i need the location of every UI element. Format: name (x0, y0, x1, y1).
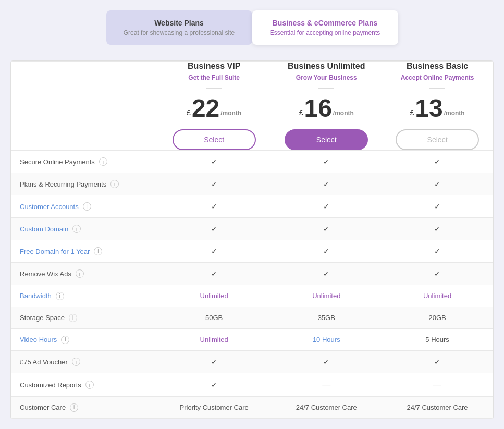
check-mark-icon: ✓ (434, 247, 440, 255)
feature-value-cell: ✓ (271, 195, 382, 218)
info-icon[interactable]: i (94, 247, 102, 255)
plan-vip-period: /month (220, 109, 241, 117)
label-inner: Customized Reportsi (20, 381, 149, 389)
plan-vip-amount: 22 (192, 96, 219, 121)
plan-basic-amount: 13 (415, 96, 442, 121)
info-icon[interactable]: i (72, 225, 81, 233)
info-icon[interactable]: i (72, 358, 80, 366)
check-mark-icon: ✓ (211, 180, 217, 188)
plan-unlimited-divider (318, 88, 334, 89)
feature-value-cell: — (271, 373, 382, 397)
feature-value-cell: ✓ (157, 351, 271, 373)
feature-label-cell: Storage Spacei (11, 307, 157, 329)
plan-basic-price: £ 13 /month (382, 96, 493, 121)
label-inner: Storage Spacei (20, 314, 149, 322)
check-mark-icon: ✓ (323, 202, 329, 211)
info-icon[interactable]: i (76, 269, 84, 278)
feature-col-header (11, 62, 157, 151)
label-inner: Video Hoursi (20, 336, 149, 344)
dash-mark: — (433, 380, 441, 389)
plan-vip-header: Business VIP Get the Full Suite £ 22 /mo… (157, 62, 271, 151)
check-mark-icon: ✓ (211, 358, 217, 366)
plan-vip-currency: £ (187, 108, 191, 117)
feature-row: Free Domain for 1 Yeari✓✓✓ (11, 240, 493, 263)
feature-name: £75 Ad Voucher (20, 358, 68, 366)
feature-value-cell: ✓ (271, 263, 382, 285)
hours-text-blue: 10 Hours (313, 336, 340, 344)
feature-name: Bandwidth (20, 292, 52, 300)
feature-name: Secure Online Payments (20, 158, 95, 166)
feature-value-cell: Priority Customer Care (157, 397, 271, 419)
feature-value-cell: ✓ (157, 151, 271, 173)
info-icon[interactable]: i (56, 292, 64, 300)
feature-value-cell: ✓ (157, 373, 271, 397)
plan-unlimited-header: Business Unlimited Grow Your Business £ … (271, 62, 382, 151)
feature-label-cell: Secure Online Paymentsi (11, 151, 157, 173)
check-mark-icon: ✓ (323, 157, 329, 166)
info-icon[interactable]: i (110, 180, 119, 188)
info-icon[interactable]: i (99, 157, 107, 166)
feature-value-cell: Unlimited (382, 285, 493, 307)
hours-text: 5 Hours (425, 336, 449, 344)
label-inner: Plans & Recurring Paymentsi (20, 180, 149, 188)
feature-label-cell: Customer Carei (11, 397, 157, 419)
text-value: Priority Customer Care (180, 403, 249, 411)
plan-vip-divider (206, 88, 222, 89)
feature-value-cell: ✓ (382, 151, 493, 173)
feature-value-cell: ✓ (271, 218, 382, 240)
feature-value-cell: ✓ (382, 218, 493, 240)
info-icon[interactable]: i (69, 314, 77, 322)
feature-name: Customer Accounts (20, 203, 79, 211)
feature-name: Custom Domain (20, 225, 68, 233)
feature-row: Custom Domaini✓✓✓ (11, 218, 493, 240)
feature-label-cell: Plans & Recurring Paymentsi (11, 173, 157, 195)
check-mark-icon: ✓ (434, 157, 440, 166)
tab-business-subtitle: Essential for accepting online payments (263, 29, 388, 36)
pricing-table: Business VIP Get the Full Suite £ 22 /mo… (10, 60, 494, 419)
plan-basic-period: /month (444, 109, 465, 117)
feature-row: Customer Accountsi✓✓✓ (11, 195, 493, 218)
plan-basic-tagline: Accept Online Payments (382, 74, 493, 81)
feature-value-cell: ✓ (157, 218, 271, 240)
feature-name: Free Domain for 1 Year (20, 248, 90, 255)
feature-row: Customized Reportsi✓—— (11, 373, 493, 397)
text-value: 24/7 Customer Care (407, 403, 468, 411)
select-vip-button[interactable]: Select (173, 129, 256, 150)
plan-unlimited-name: Business Unlimited (271, 62, 382, 71)
label-inner: Remove Wix Adsi (20, 269, 149, 278)
check-mark-icon: ✓ (323, 269, 329, 278)
feature-value-cell: 50GB (157, 307, 271, 329)
dash-mark: — (322, 380, 330, 389)
select-basic-button[interactable]: Select (396, 129, 479, 150)
tab-website[interactable]: Website Plans Great for showcasing a pro… (106, 10, 252, 45)
check-mark-icon: ✓ (434, 225, 440, 233)
feature-row: Video HoursiUnlimited10 Hours5 Hours (11, 329, 493, 351)
feature-value-cell: Unlimited (271, 285, 382, 307)
info-icon[interactable]: i (61, 336, 69, 344)
feature-value-cell: ✓ (271, 240, 382, 263)
info-icon[interactable]: i (83, 202, 91, 211)
check-mark-icon: ✓ (211, 247, 217, 255)
feature-value-cell: 20GB (382, 307, 493, 329)
plan-unlimited-tagline: Grow Your Business (271, 74, 382, 81)
check-mark-icon: ✓ (434, 202, 440, 211)
check-mark-icon: ✓ (211, 269, 217, 278)
feature-label-cell: Remove Wix Adsi (11, 263, 157, 285)
feature-label-cell: Customer Accountsi (11, 195, 157, 218)
feature-value-cell: ✓ (382, 173, 493, 195)
plan-unlimited-currency: £ (299, 108, 303, 117)
plan-vip-name: Business VIP (157, 62, 271, 71)
check-mark-icon: ✓ (211, 381, 217, 389)
plan-basic-divider (429, 88, 445, 89)
feature-value-cell: Unlimited (157, 329, 271, 351)
check-mark-icon: ✓ (434, 358, 440, 366)
plan-unlimited-period: /month (333, 109, 354, 117)
feature-value-cell: ✓ (271, 151, 382, 173)
tab-business[interactable]: Business & eCommerce Plans Essential for… (252, 10, 398, 45)
feature-label-cell: Video Hoursi (11, 329, 157, 351)
info-icon[interactable]: i (85, 381, 94, 389)
feature-name: Video Hours (20, 336, 57, 344)
select-unlimited-button[interactable]: Select (285, 129, 368, 150)
plan-unlimited-price: £ 16 /month (271, 96, 382, 121)
info-icon[interactable]: i (70, 403, 78, 412)
